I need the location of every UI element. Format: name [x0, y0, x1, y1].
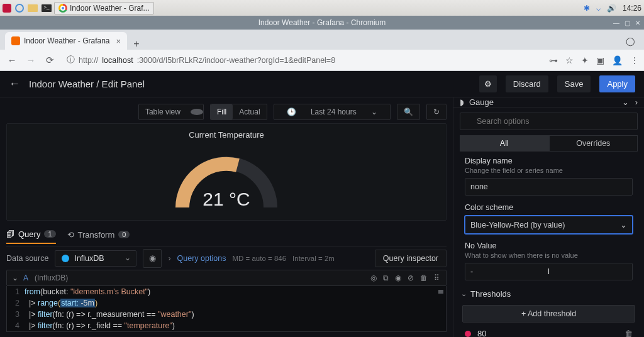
- chevron-down-icon[interactable]: ⌄: [7, 273, 23, 282]
- transform-icon: ⟲: [67, 230, 74, 240]
- zoom-out-button[interactable]: 🔍: [397, 104, 420, 120]
- site-info-icon[interactable]: ⓘ: [67, 55, 75, 65]
- query-count-badge: 1: [44, 230, 55, 238]
- chrome-tab-title: Indoor Weather - Grafana: [24, 36, 110, 45]
- options-search-input[interactable]: [460, 113, 638, 130]
- no-value-label: No Value: [465, 241, 633, 250]
- tab-all[interactable]: All: [460, 135, 549, 152]
- query-icon: 🗐: [6, 229, 14, 239]
- fill-actual-toggle[interactable]: FillActual: [210, 104, 267, 120]
- volume-icon[interactable]: 🔊: [607, 4, 616, 13]
- display-name-input[interactable]: none: [465, 178, 633, 196]
- window-close-icon[interactable]: ✕: [635, 19, 640, 26]
- no-value-input[interactable]: - I: [465, 263, 633, 280]
- back-arrow-icon[interactable]: ←: [9, 77, 20, 91]
- panel-title: Current Temperature: [13, 130, 440, 140]
- chrome-menu-icon[interactable]: ◯: [626, 36, 635, 46]
- preview-toolbar: Table view FillActual 🕒 Last 24 hours ⌄ …: [6, 102, 447, 121]
- chrome-overflow-icon[interactable]: ⋮: [630, 55, 639, 65]
- query-inspector-button[interactable]: Query inspector: [375, 250, 447, 267]
- forward-button: →: [24, 55, 38, 65]
- table-view-toggle[interactable]: Table view: [138, 104, 204, 120]
- query-row-header[interactable]: ⌄ A (InfluxDB) ◎ ⧉ ◉ ⊘ 🗑 ⠿: [6, 270, 447, 286]
- gauge-viz-icon: ◗: [460, 97, 464, 107]
- md-info: MD = auto = 846: [232, 255, 286, 262]
- window-minimize-icon[interactable]: —: [613, 19, 619, 26]
- reload-button[interactable]: ⟳: [43, 55, 57, 66]
- threshold-color-icon[interactable]: [465, 331, 471, 337]
- query-ds-name: (InfluxDB): [35, 273, 68, 282]
- display-name-label: Display name: [465, 157, 633, 165]
- chrome-tab-strip: Indoor Weather - Grafana × + ◯: [0, 30, 644, 50]
- chevron-right-icon[interactable]: ›: [635, 97, 638, 107]
- drag-handle-icon[interactable]: ⠿: [434, 273, 440, 282]
- transform-count-badge: 0: [118, 231, 130, 238]
- discard-button[interactable]: Discard: [506, 75, 548, 92]
- chevron-down-icon: ⌄: [461, 290, 467, 298]
- gear-icon: ⚙: [484, 79, 492, 89]
- trash-icon[interactable]: 🗑: [625, 329, 633, 337]
- os-taskbar: >_ Indoor Weather - Graf... ✱ ⌵ 🔊 14:26: [0, 0, 644, 16]
- query-label: A: [23, 273, 35, 282]
- minimap-icon: [438, 290, 443, 294]
- toggle-visibility-icon[interactable]: ◉: [395, 273, 401, 282]
- chromium-icon: [58, 4, 67, 13]
- bluetooth-icon[interactable]: ✱: [584, 4, 590, 13]
- back-button[interactable]: ←: [5, 55, 19, 65]
- bookmark-icon[interactable]: ☆: [565, 55, 574, 65]
- query-options-link[interactable]: Query options: [177, 254, 226, 263]
- gauge-chart: 21 °C: [164, 145, 289, 214]
- refresh-button[interactable]: ↻: [426, 104, 447, 120]
- tab-close-icon[interactable]: ×: [116, 36, 121, 46]
- tab-query[interactable]: 🗐 Query 1: [6, 229, 56, 244]
- settings-button[interactable]: ⚙: [479, 75, 497, 92]
- key-icon[interactable]: ⊶: [549, 55, 558, 65]
- wifi-icon[interactable]: ⌵: [596, 4, 601, 13]
- text-cursor-icon: I: [548, 267, 550, 276]
- apply-button[interactable]: Apply: [599, 75, 635, 92]
- new-tab-button[interactable]: +: [133, 38, 139, 50]
- clock[interactable]: 14:26: [623, 4, 641, 13]
- tab-overrides[interactable]: Overrides: [549, 135, 638, 152]
- tab-transform[interactable]: ⟲ Transform 0: [67, 230, 130, 243]
- taskbar-window-title: Indoor Weather - Graf...: [70, 4, 150, 13]
- raspberry-menu-icon[interactable]: [3, 4, 11, 13]
- save-button[interactable]: Save: [557, 75, 591, 92]
- duplicate-icon[interactable]: ⧉: [383, 273, 389, 282]
- terminal-launcher-icon[interactable]: >_: [42, 4, 52, 12]
- browser-launcher-icon[interactable]: [15, 4, 24, 13]
- clock-icon: 🕒: [280, 104, 303, 119]
- color-scheme-label: Color scheme: [465, 203, 633, 212]
- breadcrumb: Indoor Weather / Edit Panel: [29, 79, 145, 89]
- address-bar[interactable]: ⓘ http://localhost:3000/d/I5brRLkRz/indo…: [62, 53, 544, 67]
- trash-icon[interactable]: 🗑: [420, 273, 428, 282]
- profile-icon[interactable]: 👤: [612, 55, 623, 65]
- threshold-value[interactable]: 80: [477, 329, 486, 337]
- add-threshold-button[interactable]: + Add threshold: [462, 305, 635, 323]
- gauge-value: 21 °C: [164, 189, 289, 210]
- window-title: Indoor Weather - Grafana - Chromium: [258, 18, 386, 27]
- threshold-row[interactable]: 80 🗑: [453, 326, 644, 337]
- url-path: :3000/d/I5brRLkRz/indoor-weather?orgId=1…: [137, 56, 336, 65]
- disable-icon[interactable]: ⊘: [408, 273, 414, 282]
- visualization-picker[interactable]: ◗ Gauge ⌄ ›: [453, 97, 644, 108]
- extension2-icon[interactable]: ▣: [596, 55, 604, 65]
- time-range-picker[interactable]: 🕒 Last 24 hours ⌄: [274, 104, 391, 120]
- files-launcher-icon[interactable]: [28, 4, 38, 12]
- chrome-tab[interactable]: Indoor Weather - Grafana ×: [5, 32, 127, 50]
- help-icon: ◉: [149, 253, 156, 263]
- grafana-header: ← Indoor Weather / Edit Panel ⚙ Discard …: [0, 71, 644, 97]
- datasource-select[interactable]: InfluxDB: [55, 250, 136, 267]
- display-name-hint: Change the field or series name: [465, 167, 633, 174]
- color-scheme-select[interactable]: Blue-Yellow-Red (by value) ⌄: [465, 216, 633, 234]
- flux-editor[interactable]: 1from(bucket: "klements.m's Bucket") 2 |…: [6, 286, 447, 333]
- taskbar-window-button[interactable]: Indoor Weather - Graf...: [54, 2, 154, 14]
- query-help-icon[interactable]: ◎: [370, 273, 377, 282]
- datasource-label: Data source: [6, 254, 48, 263]
- influxdb-icon: [62, 255, 69, 262]
- datasource-help-button[interactable]: ◉: [143, 249, 162, 268]
- extensions-icon[interactable]: ✦: [581, 55, 589, 65]
- window-titlebar: Indoor Weather - Grafana - Chromium — ▢ …: [0, 16, 644, 30]
- thresholds-section[interactable]: ⌄ Thresholds: [453, 283, 644, 301]
- window-maximize-icon[interactable]: ▢: [625, 19, 630, 26]
